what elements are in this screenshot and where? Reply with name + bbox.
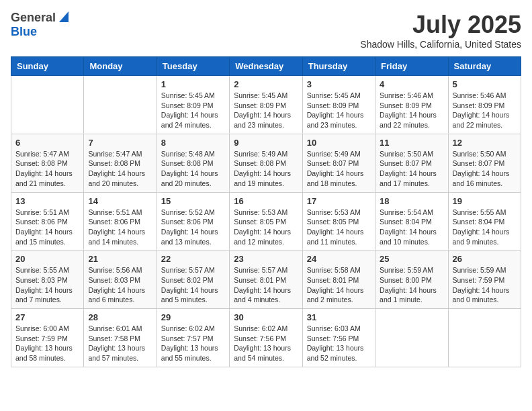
day-number: 30: [234, 312, 298, 322]
calendar-cell: 28Sunrise: 6:01 AMSunset: 7:58 PMDayligh…: [84, 309, 157, 367]
calendar-cell: 21Sunrise: 5:56 AMSunset: 8:03 PMDayligh…: [84, 250, 157, 309]
calendar-cell: [375, 309, 448, 367]
calendar-table: SundayMondayTuesdayWednesdayThursdayFrid…: [11, 56, 521, 367]
day-info: Sunrise: 6:00 AMSunset: 7:59 PMDaylight:…: [15, 324, 79, 363]
day-info: Sunrise: 5:53 AMSunset: 8:05 PMDaylight:…: [234, 208, 298, 247]
calendar-cell: 29Sunrise: 6:02 AMSunset: 7:57 PMDayligh…: [157, 309, 229, 367]
calendar-cell: 14Sunrise: 5:51 AMSunset: 8:06 PMDayligh…: [84, 192, 157, 250]
calendar-cell: 23Sunrise: 5:57 AMSunset: 8:01 PMDayligh…: [230, 250, 302, 309]
logo-general-text: General: [11, 11, 56, 25]
day-info: Sunrise: 5:53 AMSunset: 8:05 PMDaylight:…: [307, 208, 371, 247]
calendar-cell: 19Sunrise: 5:55 AMSunset: 8:04 PMDayligh…: [448, 192, 521, 250]
calendar-cell: 31Sunrise: 6:03 AMSunset: 7:56 PMDayligh…: [302, 309, 375, 367]
day-number: 5: [453, 79, 517, 89]
day-number: 15: [161, 196, 225, 206]
calendar-cell: [84, 76, 157, 134]
calendar-cell: 16Sunrise: 5:53 AMSunset: 8:05 PMDayligh…: [230, 192, 302, 250]
day-info: Sunrise: 5:58 AMSunset: 8:01 PMDaylight:…: [307, 265, 371, 305]
svg-marker-0: [59, 11, 69, 22]
day-number: 6: [15, 138, 79, 148]
day-number: 8: [161, 138, 225, 148]
day-number: 20: [15, 254, 79, 264]
calendar-cell: 30Sunrise: 6:02 AMSunset: 7:56 PMDayligh…: [230, 309, 302, 367]
calendar-cell: 27Sunrise: 6:00 AMSunset: 7:59 PMDayligh…: [11, 309, 84, 367]
day-number: 11: [380, 138, 443, 148]
weekday-header-wednesday: Wednesday: [230, 57, 302, 76]
calendar-cell: 5Sunrise: 5:46 AMSunset: 8:09 PMDaylight…: [448, 76, 521, 134]
day-info: Sunrise: 5:45 AMSunset: 8:09 PMDaylight:…: [234, 91, 298, 130]
day-number: 12: [453, 138, 517, 148]
day-info: Sunrise: 5:51 AMSunset: 8:06 PMDaylight:…: [88, 208, 152, 247]
calendar-cell: 3Sunrise: 5:45 AMSunset: 8:09 PMDaylight…: [302, 76, 375, 134]
logo: General Blue: [11, 11, 69, 39]
day-info: Sunrise: 5:51 AMSunset: 8:06 PMDaylight:…: [15, 208, 79, 247]
calendar-cell: 2Sunrise: 5:45 AMSunset: 8:09 PMDaylight…: [230, 76, 302, 134]
day-number: 19: [453, 196, 517, 206]
day-info: Sunrise: 5:57 AMSunset: 8:01 PMDaylight:…: [234, 265, 298, 305]
calendar-cell: 7Sunrise: 5:47 AMSunset: 8:08 PMDaylight…: [84, 134, 157, 192]
day-number: 7: [88, 138, 152, 148]
calendar-cell: 4Sunrise: 5:46 AMSunset: 8:09 PMDaylight…: [375, 76, 448, 134]
day-info: Sunrise: 5:54 AMSunset: 8:04 PMDaylight:…: [380, 208, 443, 247]
calendar-cell: 13Sunrise: 5:51 AMSunset: 8:06 PMDayligh…: [11, 192, 84, 250]
day-info: Sunrise: 6:02 AMSunset: 7:56 PMDaylight:…: [234, 324, 298, 363]
weekday-header-thursday: Thursday: [302, 57, 375, 76]
calendar-cell: [11, 76, 84, 134]
day-info: Sunrise: 5:50 AMSunset: 8:07 PMDaylight:…: [380, 149, 443, 189]
day-number: 10: [307, 138, 371, 148]
day-number: 27: [15, 312, 79, 322]
day-number: 18: [380, 196, 443, 206]
logo-blue-text: Blue: [11, 25, 37, 38]
day-number: 25: [380, 254, 443, 264]
day-number: 21: [88, 254, 152, 264]
day-number: 17: [307, 196, 371, 206]
week-row-4: 20Sunrise: 5:55 AMSunset: 8:03 PMDayligh…: [11, 250, 521, 309]
day-info: Sunrise: 5:59 AMSunset: 7:59 PMDaylight:…: [453, 265, 517, 305]
day-number: 4: [380, 79, 443, 89]
day-info: Sunrise: 5:52 AMSunset: 8:06 PMDaylight:…: [161, 208, 225, 247]
day-number: 16: [234, 196, 298, 206]
day-number: 9: [234, 138, 298, 148]
calendar-cell: 26Sunrise: 5:59 AMSunset: 7:59 PMDayligh…: [448, 250, 521, 309]
calendar-cell: 6Sunrise: 5:47 AMSunset: 8:08 PMDaylight…: [11, 134, 84, 192]
week-row-1: 1Sunrise: 5:45 AMSunset: 8:09 PMDaylight…: [11, 76, 521, 134]
day-info: Sunrise: 5:59 AMSunset: 8:00 PMDaylight:…: [380, 265, 443, 305]
day-number: 23: [234, 254, 298, 264]
weekday-header-friday: Friday: [375, 57, 448, 76]
week-row-5: 27Sunrise: 6:00 AMSunset: 7:59 PMDayligh…: [11, 309, 521, 367]
location-title: Shadow Hills, California, United States: [360, 39, 521, 50]
day-info: Sunrise: 5:46 AMSunset: 8:09 PMDaylight:…: [453, 91, 517, 130]
day-number: 22: [161, 254, 225, 264]
logo-triangle-icon: [59, 11, 69, 25]
day-info: Sunrise: 6:03 AMSunset: 7:56 PMDaylight:…: [307, 324, 371, 363]
header: General Blue July 2025 Shadow Hills, Cal…: [11, 11, 521, 50]
calendar-cell: 22Sunrise: 5:57 AMSunset: 8:02 PMDayligh…: [157, 250, 229, 309]
day-info: Sunrise: 5:47 AMSunset: 8:08 PMDaylight:…: [88, 149, 152, 189]
calendar-cell: 25Sunrise: 5:59 AMSunset: 8:00 PMDayligh…: [375, 250, 448, 309]
day-info: Sunrise: 5:48 AMSunset: 8:08 PMDaylight:…: [161, 149, 225, 189]
calendar-cell: 10Sunrise: 5:49 AMSunset: 8:07 PMDayligh…: [302, 134, 375, 192]
day-info: Sunrise: 5:57 AMSunset: 8:02 PMDaylight:…: [161, 265, 225, 305]
day-number: 13: [15, 196, 79, 206]
weekday-header-monday: Monday: [84, 57, 157, 76]
day-number: 28: [88, 312, 152, 322]
calendar-cell: 11Sunrise: 5:50 AMSunset: 8:07 PMDayligh…: [375, 134, 448, 192]
day-info: Sunrise: 5:55 AMSunset: 8:03 PMDaylight:…: [15, 265, 79, 305]
calendar-cell: 17Sunrise: 5:53 AMSunset: 8:05 PMDayligh…: [302, 192, 375, 250]
title-area: July 2025 Shadow Hills, California, Unit…: [360, 11, 521, 50]
week-row-3: 13Sunrise: 5:51 AMSunset: 8:06 PMDayligh…: [11, 192, 521, 250]
month-title: July 2025: [360, 11, 521, 39]
week-row-2: 6Sunrise: 5:47 AMSunset: 8:08 PMDaylight…: [11, 134, 521, 192]
day-info: Sunrise: 5:55 AMSunset: 8:04 PMDaylight:…: [453, 208, 517, 247]
day-info: Sunrise: 5:47 AMSunset: 8:08 PMDaylight:…: [15, 149, 79, 189]
day-number: 26: [453, 254, 517, 264]
calendar-cell: 1Sunrise: 5:45 AMSunset: 8:09 PMDaylight…: [157, 76, 229, 134]
day-info: Sunrise: 5:46 AMSunset: 8:09 PMDaylight:…: [380, 91, 443, 130]
calendar-cell: 8Sunrise: 5:48 AMSunset: 8:08 PMDaylight…: [157, 134, 229, 192]
day-info: Sunrise: 6:01 AMSunset: 7:58 PMDaylight:…: [88, 324, 152, 363]
day-info: Sunrise: 5:45 AMSunset: 8:09 PMDaylight:…: [161, 91, 225, 130]
day-info: Sunrise: 5:45 AMSunset: 8:09 PMDaylight:…: [307, 91, 371, 130]
day-info: Sunrise: 6:02 AMSunset: 7:57 PMDaylight:…: [161, 324, 225, 363]
calendar-cell: 18Sunrise: 5:54 AMSunset: 8:04 PMDayligh…: [375, 192, 448, 250]
day-number: 3: [307, 79, 371, 89]
